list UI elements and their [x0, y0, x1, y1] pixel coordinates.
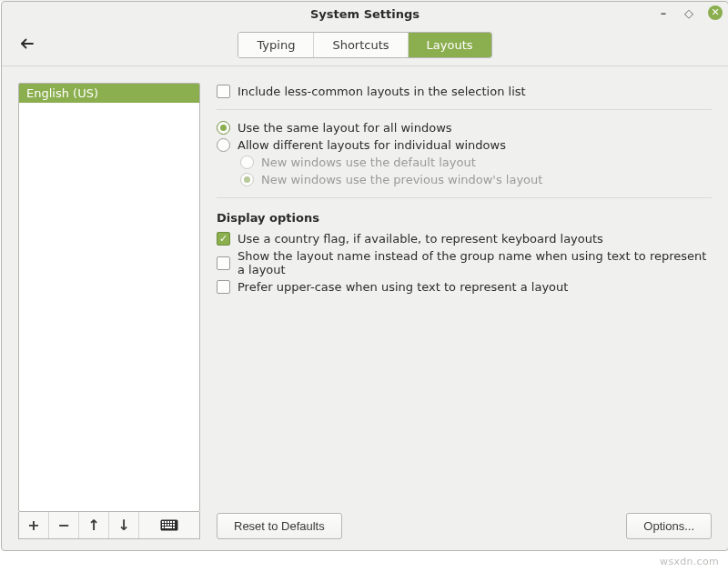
show-keyboard-button[interactable] [139, 512, 199, 538]
settings-window: System Settings – ◇ ✕ Typing Shortcuts L… [1, 1, 728, 551]
options-button[interactable]: Options... [626, 513, 712, 539]
arrow-down-icon: ↓ [117, 517, 129, 534]
arrow-up-icon: ↑ [87, 517, 99, 534]
svg-rect-10 [170, 524, 172, 526]
label-same-layout-all: Use the same layout for all windows [238, 121, 452, 135]
svg-rect-6 [173, 521, 175, 523]
move-down-button[interactable]: ↓ [109, 512, 139, 538]
remove-layout-button[interactable]: − [49, 512, 79, 538]
display-options-title: Display options [217, 211, 712, 225]
label-new-previous: New windows use the previous window's la… [261, 173, 542, 186]
svg-rect-7 [162, 524, 164, 526]
watermark: wsxdn.com [660, 556, 719, 567]
back-button[interactable] [16, 33, 38, 55]
keyboard-icon [160, 519, 178, 531]
svg-rect-8 [165, 524, 167, 526]
label-use-flag: Use a country flag, if available, to rep… [238, 232, 603, 246]
titlebar: System Settings – ◇ ✕ [2, 2, 728, 25]
arrow-left-icon [19, 35, 35, 52]
tab-typing[interactable]: Typing [238, 33, 314, 57]
svg-rect-3 [165, 521, 167, 523]
svg-rect-5 [170, 521, 172, 523]
label-include-less-common: Include less-common layouts in the selec… [238, 85, 526, 98]
label-new-default: New windows use the default layout [261, 156, 476, 169]
label-different-per-window: Allow different layouts for individual w… [238, 138, 506, 152]
plus-icon: + [27, 517, 39, 534]
layout-list-toolbar: + − ↑ ↓ [18, 512, 200, 539]
label-show-layout-name: Show the layout name instead of the grou… [238, 249, 712, 276]
svg-rect-4 [167, 521, 169, 523]
maximize-button[interactable]: ◇ [682, 6, 695, 19]
layout-item-english-us[interactable]: English (US) [19, 84, 199, 103]
checkbox-prefer-uppercase[interactable] [217, 280, 230, 294]
checkbox-use-flag[interactable]: ✓ [217, 232, 230, 246]
header-bar: Typing Shortcuts Layouts [2, 25, 728, 64]
svg-rect-9 [167, 524, 169, 526]
close-button[interactable]: ✕ [708, 5, 723, 20]
minus-icon: − [57, 517, 69, 534]
radio-different-per-window[interactable] [217, 138, 230, 152]
svg-rect-11 [173, 524, 175, 526]
window-title: System Settings [310, 7, 420, 21]
minimize-button[interactable]: – [657, 6, 670, 19]
svg-rect-14 [173, 527, 175, 528]
svg-rect-2 [162, 521, 164, 523]
footer: Reset to Defaults Options... [217, 504, 712, 539]
radio-new-previous [240, 173, 254, 186]
separator-1 [217, 109, 712, 110]
checkbox-show-layout-name[interactable] [217, 256, 230, 270]
tab-shortcuts[interactable]: Shortcuts [314, 33, 408, 57]
move-up-button[interactable]: ↑ [79, 512, 109, 538]
tab-layouts[interactable]: Layouts [409, 33, 491, 57]
checkbox-include-less-common[interactable] [217, 85, 230, 98]
reset-defaults-button[interactable]: Reset to Defaults [217, 513, 342, 539]
label-prefer-uppercase: Prefer upper-case when using text to rep… [238, 280, 568, 294]
svg-rect-13 [165, 527, 172, 528]
tabs: Typing Shortcuts Layouts [238, 32, 491, 58]
svg-rect-12 [162, 527, 164, 528]
separator-2 [217, 197, 712, 198]
add-layout-button[interactable]: + [19, 512, 49, 538]
radio-new-default [240, 156, 254, 169]
radio-same-layout-all[interactable] [217, 121, 230, 135]
layout-list[interactable]: English (US) [18, 83, 200, 512]
